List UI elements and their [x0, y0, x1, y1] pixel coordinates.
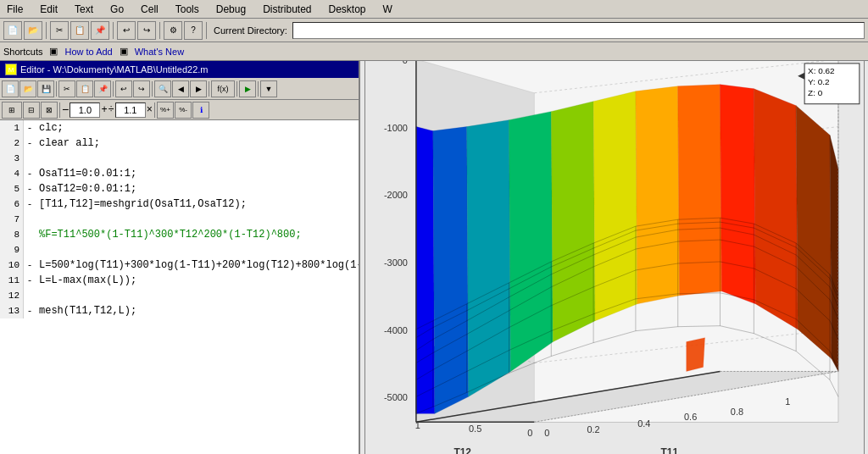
code-line: 6-[T11,T12]=meshgrid(OsaT11,OsaT12);	[0, 197, 359, 212]
ed-info-btn[interactable]: ℹ	[192, 102, 209, 119]
ed-copy-button[interactable]: 📋	[76, 80, 93, 97]
svg-marker-20	[551, 102, 595, 342]
ed-sep-2	[113, 81, 114, 97]
ed-run-button[interactable]: ▶	[239, 80, 256, 97]
svg-text:T11: T11	[660, 446, 678, 454]
how-to-add-button[interactable]: How to Add	[64, 47, 112, 57]
undo-button[interactable]: ↩	[117, 21, 136, 40]
line-content[interactable]: OsaT12=0:0.01:1;	[36, 183, 136, 195]
svg-text:0.4: 0.4	[637, 418, 650, 429]
line-dash: -	[24, 123, 36, 133]
menu-item-desktop[interactable]: Desktop	[325, 3, 369, 16]
line-content[interactable]: L=500*log(T11)+300*log(1-T11)+200*log(T1…	[36, 259, 359, 271]
minus-label: −	[62, 103, 69, 117]
code-line: 3	[0, 151, 359, 166]
svg-text:0.5: 0.5	[469, 424, 481, 434]
line-content[interactable]: OsaT11=0:0.01:1;	[36, 168, 136, 180]
menu-item-edit[interactable]: Edit	[36, 3, 61, 16]
ed-fwd-button[interactable]: ▶	[190, 80, 207, 97]
menu-item-w[interactable]: W	[380, 3, 396, 16]
plot-panel: 0 -1000 -2000 -3000 -4000 -5000 0 0.2 0.…	[360, 61, 868, 454]
main-toolbar: 📄 📂 ✂ 📋 📌 ↩ ↪ ⚙ ? Current Directory:	[0, 19, 868, 42]
svg-marker-21	[593, 91, 637, 321]
ed-find-button[interactable]: 🔍	[154, 80, 171, 97]
svg-marker-15	[686, 338, 704, 372]
ed-outdent-btn[interactable]: ⊠	[41, 102, 58, 119]
ed-indent-btn[interactable]: ⊟	[23, 102, 40, 119]
svg-marker-22	[635, 86, 679, 304]
ed-redo-button[interactable]: ↪	[133, 80, 150, 97]
redo-button[interactable]: ↪	[137, 21, 156, 40]
line-number: 4	[0, 166, 24, 181]
simulink-button[interactable]: ⚙	[164, 21, 182, 40]
editor-file-icon: M	[5, 64, 17, 75]
line-content[interactable]: %F=T11^500*(1-T11)^300*T12^200*(1-T12)^8…	[36, 229, 302, 241]
ed-toggle-btn[interactable]: ⊞	[2, 102, 22, 119]
svg-marker-23	[677, 85, 721, 296]
code-line: 1-clc;	[0, 120, 359, 136]
ed-save-button[interactable]: 💾	[37, 80, 54, 97]
line-dash: -	[24, 169, 36, 179]
line-dash: -	[24, 260, 36, 270]
menu-item-distributed[interactable]: Distributed	[259, 3, 314, 16]
shortcuts-label: Shortcuts	[3, 47, 42, 57]
line-number: 8	[0, 227, 24, 242]
menu-item-cell[interactable]: Cell	[137, 3, 162, 16]
svg-text:1: 1	[785, 396, 790, 407]
code-line: 7	[0, 212, 359, 227]
menu-item-go[interactable]: Go	[107, 3, 127, 16]
toolbar-sep-2	[113, 22, 114, 39]
line-dash: -	[24, 275, 36, 285]
code-line: 2-clear all;	[0, 136, 359, 151]
ed-sep-5	[236, 81, 237, 97]
help-button[interactable]: ?	[184, 21, 203, 40]
line-content[interactable]: clc;	[36, 122, 64, 134]
open-button[interactable]: 📂	[24, 21, 42, 40]
ed-sep-6	[258, 81, 259, 97]
current-dir-input[interactable]	[292, 22, 865, 39]
ed-back-button[interactable]: ◀	[172, 80, 189, 97]
ed-more-button[interactable]: ▼	[260, 80, 277, 97]
ed-paste-button[interactable]: 📌	[94, 80, 111, 97]
line-content[interactable]: clear all;	[36, 137, 100, 149]
line-number: 2	[0, 136, 24, 151]
menu-item-debug[interactable]: Debug	[213, 3, 249, 16]
divide-label: ÷	[108, 104, 114, 116]
cut-button[interactable]: ✂	[50, 21, 69, 40]
whats-new-icon: ▣	[120, 46, 128, 57]
ed-cut-button[interactable]: ✂	[58, 80, 75, 97]
ed-sep-8	[154, 102, 155, 118]
shortcuts-bar: Shortcuts ▣ How to Add ▣ What's New	[0, 42, 868, 61]
font-size-2-input[interactable]: 1.1	[115, 102, 146, 118]
times-label: ×	[147, 104, 153, 116]
line-dash: -	[24, 199, 36, 209]
ed-sep-1	[56, 81, 57, 97]
ed-open-button[interactable]: 📂	[19, 80, 36, 97]
ed-sep-7	[59, 102, 60, 118]
line-number: 13	[0, 303, 24, 318]
code-line: 4-OsaT11=0:0.01:1;	[0, 166, 359, 181]
svg-text:X: 0.62: X: 0.62	[808, 66, 835, 75]
code-area[interactable]: 1-clc;2-clear all;3 4-OsaT11=0:0.01:1;5-…	[0, 120, 359, 454]
svg-marker-18	[466, 120, 510, 397]
ed-new-button[interactable]: 📄	[2, 80, 19, 97]
menu-item-text[interactable]: Text	[71, 3, 97, 16]
line-content[interactable]: [T11,T12]=meshgrid(OsaT11,OsaT12);	[36, 198, 247, 210]
ed-undo-button[interactable]: ↩	[115, 80, 132, 97]
menu-item-tools[interactable]: Tools	[172, 3, 203, 16]
line-content[interactable]: L=L-max(max(L));	[36, 274, 136, 286]
whats-new-button[interactable]: What's New	[135, 47, 184, 57]
svg-text:-1000: -1000	[383, 123, 407, 133]
toolbar-sep-4	[206, 22, 207, 39]
svg-marker-17	[432, 127, 468, 414]
ed-comment-btn[interactable]: %+	[157, 102, 174, 119]
line-dash: -	[24, 184, 36, 194]
line-content[interactable]: mesh(T11,T12,L);	[36, 305, 136, 317]
copy-button[interactable]: 📋	[70, 21, 89, 40]
new-file-button[interactable]: 📄	[3, 21, 22, 40]
font-size-1-input[interactable]: 1.0	[70, 102, 100, 118]
menu-item-file[interactable]: File	[3, 3, 26, 16]
ed-func-button[interactable]: f(x)	[211, 80, 235, 97]
ed-uncomment-btn[interactable]: %-	[175, 102, 192, 119]
paste-button[interactable]: 📌	[91, 21, 109, 40]
